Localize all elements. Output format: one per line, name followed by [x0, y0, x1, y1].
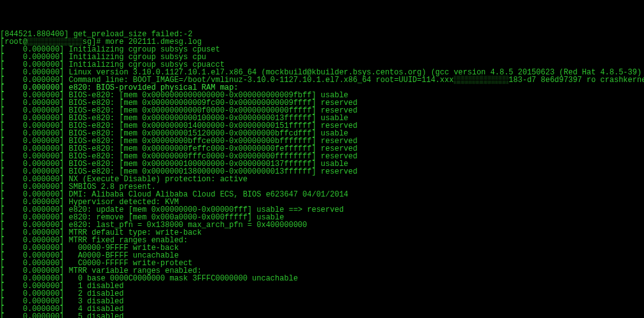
log-line: [ 0.000000] 5 disabled: [0, 313, 644, 318]
terminal-output[interactable]: [844521.880400] get_preload_size failed:…: [0, 31, 644, 318]
